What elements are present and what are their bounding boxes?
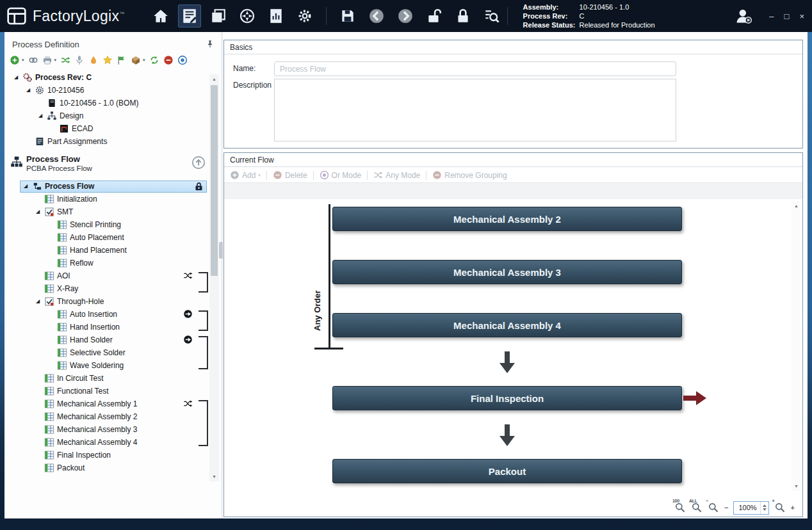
tree-row-content: Functional Test	[33, 385, 111, 398]
tree-item-selective-solder[interactable]: Selective Solder	[4, 346, 221, 359]
any-order-button[interactable]	[60, 55, 70, 65]
tree-item-mechanical-assembly-1[interactable]: Mechanical Assembly 1	[4, 398, 221, 410]
tree-item-functional-test[interactable]: Functional Test	[4, 385, 221, 398]
zoom-in-button[interactable]: +	[774, 502, 786, 513]
tree-scrollbar[interactable]: ▲ ▼	[209, 74, 219, 481]
tree-item-mechanical-assembly-2[interactable]: Mechanical Assembly 2	[4, 410, 221, 423]
any-mode-button[interactable]: Any Mode	[373, 170, 420, 180]
minimize-button[interactable]: –	[769, 12, 774, 21]
dropdown-caret-icon[interactable]: ▾	[143, 58, 145, 63]
expander-icon[interactable]: ◢	[22, 184, 29, 189]
record-button[interactable]	[177, 55, 188, 65]
pin-icon[interactable]	[206, 40, 215, 49]
expander-icon[interactable]: ◢	[24, 88, 32, 93]
tree-item-hand-insertion[interactable]: Hand Insertion	[4, 321, 221, 333]
reports-button[interactable]	[264, 4, 288, 28]
tree-item-process-flow[interactable]: ◢Process Flow	[4, 180, 221, 193]
print-button[interactable]	[42, 55, 53, 65]
maximize-button[interactable]: □	[784, 12, 790, 21]
back-button[interactable]	[365, 4, 388, 28]
navigator-button[interactable]	[236, 4, 259, 28]
lock-button[interactable]	[451, 4, 475, 28]
tree-item-hand-solder[interactable]: Hand Solder	[4, 333, 221, 346]
sync-button[interactable]	[149, 55, 159, 65]
delete-button[interactable]: Delete	[273, 170, 307, 180]
tree-item-part-assignments[interactable]: Part Assignments	[4, 135, 221, 148]
droplet-button[interactable]	[88, 55, 99, 65]
collapse-section-icon[interactable]	[191, 156, 206, 170]
scrollbar-thumb[interactable]	[211, 85, 218, 276]
tree-item-auto-placement[interactable]: Auto Placement	[4, 231, 221, 244]
probe-button[interactable]	[74, 55, 85, 65]
dropdown-caret-icon[interactable]: ▾	[54, 58, 57, 63]
remove-grouping-button[interactable]: Remove Grouping	[432, 170, 507, 180]
tree-item-mechanical-assembly-3[interactable]: Mechanical Assembly 3	[4, 423, 221, 436]
package-button[interactable]	[131, 55, 141, 65]
tree-row-content: Final Inspection	[33, 449, 113, 462]
save-button[interactable]	[336, 4, 359, 28]
forward-button[interactable]	[394, 4, 417, 28]
tree-item-packout[interactable]: Packout	[4, 462, 221, 474]
expander-icon[interactable]: ◢	[34, 299, 42, 304]
spinner-arrows-icon[interactable]	[760, 502, 768, 514]
tree-item-ecad[interactable]: ECAD	[4, 122, 221, 135]
tree-item-hand-placement[interactable]: Hand Placement	[4, 244, 221, 257]
user-icon[interactable]	[735, 7, 752, 25]
zoom-out-button[interactable]: −	[708, 502, 719, 513]
tree-item-aoi[interactable]: AOI	[4, 269, 221, 282]
description-textarea[interactable]	[274, 79, 676, 141]
flag-button[interactable]	[117, 55, 127, 65]
or-mode-button[interactable]: Or Mode	[320, 170, 362, 180]
tree-item-label: Design	[60, 111, 83, 120]
name-input[interactable]	[274, 61, 676, 76]
link-button[interactable]	[28, 55, 38, 65]
tree-item-wave-soldering[interactable]: Wave Soldering	[4, 359, 221, 372]
tree-item-process-rev-c[interactable]: ◢Process Rev: C	[4, 71, 221, 84]
step-icon	[44, 412, 54, 422]
dropdown-caret-icon[interactable]: ▾	[22, 58, 24, 63]
zoom-step-out-button[interactable]: −	[724, 504, 728, 511]
tree-item-in-circuit-test[interactable]: In Circuit Test	[4, 372, 221, 385]
star-button[interactable]	[102, 55, 113, 65]
canvas-scroll-down-icon[interactable]: ▼	[792, 481, 801, 491]
flow-step-final-inspection[interactable]: Final Inspection	[332, 386, 682, 410]
audit-search-button[interactable]	[480, 4, 503, 28]
canvas-scroll-up-icon[interactable]: ▲	[792, 201, 801, 211]
tree-item-stencil-printing[interactable]: Stencil Printing	[4, 218, 221, 231]
scroll-down-icon[interactable]: ▼	[209, 472, 219, 481]
flow-step-mechanical-assembly-2[interactable]: Mechanical Assembly 2	[332, 207, 682, 231]
tree-item-final-inspection[interactable]: Final Inspection	[4, 449, 221, 462]
flow-step-mechanical-assembly-4[interactable]: Mechanical Assembly 4	[332, 313, 682, 337]
flow-step-mechanical-assembly-3[interactable]: Mechanical Assembly 3	[332, 260, 682, 284]
add-button[interactable]	[10, 55, 20, 65]
tree-item-10-210456[interactable]: ◢10-210456	[4, 84, 221, 97]
expander-icon[interactable]: ◢	[34, 209, 42, 214]
expander-icon[interactable]: ◢	[12, 75, 20, 80]
tree-item-label: Process Flow	[45, 182, 94, 191]
tree-item-through-hole[interactable]: ◢Through-Hole	[4, 295, 221, 308]
expander-icon[interactable]: ◢	[37, 113, 44, 118]
tree-item-mechanical-assembly-4[interactable]: Mechanical Assembly 4	[4, 436, 221, 449]
tree-item-initialization[interactable]: Initialization	[4, 193, 221, 205]
tree-item-x-ray[interactable]: X-Ray	[4, 282, 221, 295]
unlock-button[interactable]	[423, 4, 446, 28]
zoom-fit-all-button[interactable]: ALL	[691, 502, 702, 513]
tree-item-10-210456-1-0-bom[interactable]: 10-210456 - 1.0 (BOM)	[4, 97, 221, 109]
zoom-fit-100-button[interactable]: 100	[674, 502, 686, 513]
settings-button[interactable]	[293, 4, 316, 28]
add-button[interactable]: Add▾	[230, 170, 261, 180]
home-button[interactable]	[149, 4, 172, 28]
process-definition-button[interactable]	[178, 4, 201, 28]
tree-item-reflow[interactable]: Reflow	[4, 257, 221, 269]
production-documents-button[interactable]	[207, 4, 230, 28]
close-button[interactable]: ×	[799, 12, 804, 21]
tree-item-design[interactable]: ◢Design	[4, 109, 221, 122]
remove-button[interactable]	[163, 55, 174, 65]
zoom-step-in-button[interactable]: +	[791, 504, 795, 511]
tree-item-smt[interactable]: ◢SMT	[4, 205, 221, 218]
scroll-up-icon[interactable]: ▲	[209, 74, 219, 84]
flow-step-packout[interactable]: Packout	[332, 459, 682, 483]
zoom-level-spinner[interactable]: 100%	[733, 501, 768, 515]
canvas-scrollbar[interactable]: ▲ ▼	[792, 201, 800, 491]
tree-item-auto-insertion[interactable]: Auto Insertion	[4, 308, 221, 321]
